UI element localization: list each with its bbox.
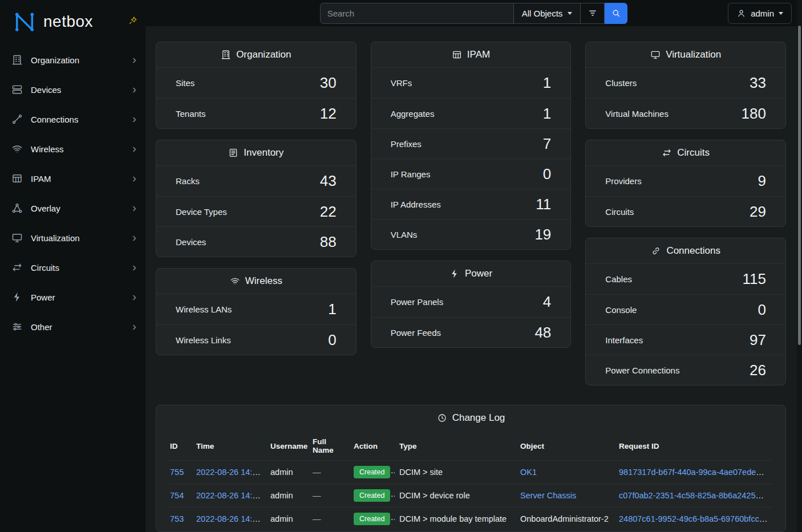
stat-value[interactable]: 30 — [320, 74, 337, 92]
stat-label[interactable]: VRFs — [391, 78, 412, 88]
stat-value[interactable]: 88 — [320, 233, 337, 251]
stat-label[interactable]: Power Connections — [605, 366, 679, 375]
stat-label[interactable]: Wireless LANs — [176, 304, 232, 314]
change-id-link[interactable]: 753 — [170, 514, 184, 523]
stat-value[interactable]: 29 — [750, 203, 766, 221]
full-name-cell: — — [308, 507, 349, 531]
stat-value[interactable]: 115 — [743, 270, 766, 288]
table-row: 753 2022-08-26 14:15 admin — Created DCI… — [169, 507, 773, 531]
stat-value[interactable]: 7 — [543, 135, 551, 153]
stat-label[interactable]: Aggregates — [391, 109, 435, 119]
stat-value[interactable]: 0 — [758, 301, 766, 319]
stat-value[interactable]: 180 — [742, 105, 766, 123]
chevron-right-icon: › — [132, 320, 136, 334]
chevron-right-icon: › — [132, 261, 136, 274]
connections-card: Connections Cables 115 Console 0 Interfa… — [585, 238, 786, 385]
stat-label[interactable]: Sites — [176, 78, 195, 88]
search-submit-button[interactable] — [605, 3, 627, 24]
chevron-right-icon: › — [132, 142, 136, 156]
pin-icon[interactable] — [128, 16, 137, 25]
sidebar-item-ipam[interactable]: IPAM › — [0, 164, 145, 193]
card-header: Virtualization — [586, 42, 785, 68]
type-cell: DCIM > module bay template — [395, 507, 516, 531]
card-title: Power — [465, 268, 492, 279]
sidebar-item-virtualization[interactable]: Virtualization › — [0, 223, 145, 253]
stat-label[interactable]: Clusters — [605, 78, 637, 88]
stat-label[interactable]: Devices — [176, 237, 206, 247]
stat-label[interactable]: Prefixes — [391, 139, 422, 149]
change-time-link[interactable]: 2022-08-26 14:22 — [196, 468, 262, 477]
sidebar-item-devices[interactable]: Devices › — [0, 75, 145, 104]
stat-label[interactable]: Racks — [176, 176, 200, 186]
stat-label[interactable]: IP Addresses — [391, 200, 441, 209]
stat-value[interactable]: 1 — [328, 300, 336, 318]
stat-label[interactable]: Cables — [605, 274, 632, 284]
stat-value[interactable]: 97 — [750, 331, 766, 349]
stat-label[interactable]: Interfaces — [605, 335, 643, 345]
change-time-link[interactable]: 2022-08-26 14:15 — [196, 514, 262, 523]
stat-label[interactable]: IP Ranges — [391, 169, 431, 179]
admin-menu-button[interactable]: admin — [728, 3, 792, 24]
card-title: Wireless — [245, 275, 282, 287]
sidebar-item-wireless[interactable]: Wireless › — [0, 134, 145, 164]
stat-value[interactable]: 43 — [320, 172, 337, 190]
stat-label[interactable]: Power Panels — [391, 297, 444, 307]
stat-value[interactable]: 11 — [536, 196, 551, 213]
stat-value[interactable]: 0 — [328, 331, 336, 349]
sidebar-item-overlay[interactable]: Overlay › — [0, 193, 145, 223]
request-id-link[interactable]: c07f0ab2-2351-4c58-825a-8b6a2425a1ab — [619, 491, 773, 500]
stat-value[interactable]: 1 — [543, 105, 551, 123]
stat-label[interactable]: Wireless Links — [176, 335, 231, 345]
sidebar-item-label: Overlay — [31, 204, 124, 213]
search-input[interactable] — [320, 3, 514, 24]
stat-value[interactable]: 1 — [543, 74, 551, 92]
stat-value[interactable]: 26 — [750, 362, 766, 379]
sidebar-item-other[interactable]: Other › — [0, 312, 145, 342]
stat-value[interactable]: 19 — [534, 226, 551, 243]
netbox-logo[interactable]: netbox — [0, 0, 145, 43]
change-id-link[interactable]: 754 — [170, 491, 184, 500]
stat-label[interactable]: VLANs — [391, 230, 418, 239]
stat-row: Aggregates 1 — [371, 98, 571, 128]
card-header: Circuits — [586, 140, 785, 166]
building-icon — [11, 54, 23, 66]
stat-value[interactable]: 12 — [320, 105, 337, 123]
sidebar-item-connections[interactable]: Connections › — [0, 104, 145, 134]
scrollbar-thumb[interactable] — [798, 26, 801, 345]
stat-label[interactable]: Console — [605, 305, 637, 315]
object-link[interactable]: OK1 — [520, 468, 537, 477]
object-type-dropdown[interactable]: All Objects — [514, 3, 581, 24]
list-icon — [228, 148, 238, 158]
card-title: Inventory — [244, 147, 283, 159]
column-header-id: ID — [169, 431, 192, 461]
stat-label[interactable]: Power Feeds — [391, 328, 441, 338]
stat-value[interactable]: 48 — [534, 324, 551, 342]
sidebar-item-power[interactable]: Power › — [0, 282, 145, 312]
request-id-link[interactable]: 9817317d-b67f-440a-99ca-4ae07ede94df — [619, 468, 772, 477]
card-title: Change Log — [452, 412, 505, 424]
stat-value[interactable]: 9 — [758, 172, 766, 190]
change-id-link[interactable]: 755 — [170, 468, 184, 477]
filter-button[interactable] — [581, 3, 605, 24]
sidebar-item-organization[interactable]: Organization › — [0, 45, 145, 75]
change-time-link[interactable]: 2022-08-26 14:17 — [196, 491, 262, 500]
stat-label[interactable]: Device Types — [176, 207, 227, 217]
username-cell: admin — [266, 461, 308, 484]
stat-label[interactable]: Circuits — [605, 207, 634, 217]
column-3: Virtualization Clusters 33 Virtual Machi… — [585, 42, 786, 385]
network-graph-icon — [11, 202, 23, 214]
stat-label[interactable]: Tenants — [176, 109, 206, 119]
object-link[interactable]: Server Chassis — [520, 491, 576, 500]
stat-value[interactable]: 0 — [543, 165, 551, 183]
full-name-cell: — — [308, 461, 349, 484]
stat-label[interactable]: Providers — [605, 176, 641, 186]
stat-value[interactable]: 4 — [543, 293, 551, 311]
request-id-link[interactable]: 24807c61-9952-49c6-b8a5-69760bfcc4b3 — [619, 514, 773, 523]
stat-row: Devices 88 — [156, 226, 356, 257]
column-1: Organization Sites 30 Tenants 12 Invento… — [156, 42, 357, 385]
stat-label[interactable]: Virtual Machines — [605, 109, 669, 119]
column-header-username: Username — [266, 431, 308, 461]
sidebar-item-circuits[interactable]: Circuits › — [0, 253, 145, 282]
stat-value[interactable]: 33 — [750, 74, 766, 92]
stat-value[interactable]: 22 — [320, 203, 337, 221]
